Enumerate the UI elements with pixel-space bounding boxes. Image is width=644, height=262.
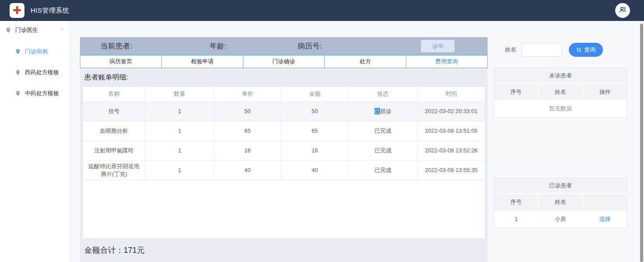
billing-heading: 患者账单明细:: [84, 73, 488, 82]
name-search-input[interactable]: [522, 43, 562, 57]
tab-outpatient-diagnosis[interactable]: 门诊确诊: [243, 55, 325, 68]
chevron-up-icon: ⌃: [60, 28, 64, 33]
tab-fee-inquiry[interactable]: 费用查询: [406, 55, 488, 68]
cell-price: 50: [214, 101, 281, 121]
col-status: 状态: [349, 87, 417, 101]
billing-total-value: 171元: [124, 246, 145, 255]
sidebar-item-outpatient-case[interactable]: 门诊病例: [0, 43, 69, 60]
sidebar-item-chinese-rx-template[interactable]: 中药处方模板: [0, 85, 69, 102]
tab-medical-record-home[interactable]: 病历首页: [80, 55, 162, 68]
patient-info-bar: 当前患者: 年龄: 病历号: 诊毕: [80, 37, 488, 55]
medical-cross-icon: ✚: [13, 5, 21, 16]
cell-qty: 1: [145, 121, 214, 141]
billing-total: 金额合计：171元: [84, 245, 488, 255]
cell-time: 2022-03-08 13:51:05: [417, 121, 485, 141]
cell-amount: 50: [281, 101, 349, 121]
cell-name: 小辰: [538, 210, 582, 228]
cell-status: 已完成: [349, 141, 417, 160]
sidebar-item-western-rx-template[interactable]: 西药处方模板: [0, 64, 69, 81]
cell-time: 2022-03-08 13:55:35: [417, 160, 485, 180]
cell-amount: 65: [281, 121, 349, 141]
vertical-scrollbar-track[interactable]: [639, 21, 644, 262]
cell-qty: 1: [145, 160, 214, 180]
location-pin-icon: [15, 48, 21, 55]
empty-state-text: 暂无数据: [494, 100, 627, 117]
cell-amount: 16: [281, 141, 349, 160]
search-button[interactable]: 查询: [569, 43, 603, 57]
table-row[interactable]: 盐酸特比萘芬阴道泡腾片(丁克) 1 40 40 已完成 2022-03-08 1…: [83, 160, 485, 180]
col-serial: 序号: [494, 194, 539, 210]
record-number-label: 病历号:: [298, 41, 322, 51]
billing-total-label: 金额合计：: [84, 246, 124, 255]
sidebar-item-label: 西药处方模板: [25, 69, 59, 76]
cell-name: 血细胞分析: [83, 121, 145, 141]
tab-bar: 病历首页 检验申请 门诊确诊 处方 费用查询: [80, 55, 488, 68]
list-item: 1 小辰 选择: [494, 210, 627, 228]
col-name: 姓名: [539, 194, 583, 210]
col-name: 名称: [83, 87, 145, 101]
sidebar-group-outpatient-doctor[interactable]: 门诊医生 ⌃: [0, 21, 69, 39]
location-pin-icon: [5, 27, 11, 33]
col-action: 操作: [583, 84, 627, 100]
pending-patients-header: 序号 姓名 操作: [494, 84, 627, 100]
cell-time: 2022-03-08 13:52:26: [417, 141, 485, 160]
table-row[interactable]: 血细胞分析 1 65 65 已完成 2022-03-08 13:51:05: [83, 121, 485, 141]
billing-section: 患者账单明细: 名称 数量 单价 金额 状态 时间: [80, 68, 488, 262]
patient-queue-panel: 姓名 查询 未诊患者 序号 姓名 操作 暂无数据 已诊患者: [494, 37, 628, 228]
cell-name: 挂号: [83, 101, 145, 121]
cell-price: 65: [214, 121, 281, 141]
cell-status: 已就诊: [349, 101, 417, 121]
col-unit-price: 单价: [214, 87, 281, 101]
search-icon: [576, 47, 582, 53]
name-label: 姓名: [505, 46, 516, 54]
seen-patients-header: 序号 姓名: [494, 194, 627, 210]
seen-patients-card: 已诊患者 序号 姓名 1 小辰 选择: [494, 178, 627, 228]
cell-time: 2022-03-02 20:33:01: [417, 101, 485, 121]
cell-name: 注射用甲氨喋呤: [83, 141, 145, 160]
sidebar: 门诊医生 ⌃ 门诊病例 西药处方模板: [0, 21, 70, 262]
patient-search-row: 姓名 查询: [505, 43, 628, 57]
cell-qty: 1: [145, 141, 214, 160]
app-logo: ✚: [10, 3, 24, 18]
sidebar-item-label: 中药处方模板: [25, 90, 59, 97]
col-quantity: 数量: [145, 87, 214, 101]
sidebar-group-label: 门诊医生: [15, 26, 38, 34]
pending-patients-card: 未诊患者 序号 姓名 操作 暂无数据: [494, 68, 627, 118]
cell-qty: 1: [145, 101, 214, 121]
cell-serial: 1: [494, 210, 538, 228]
selected-text: 已: [374, 108, 380, 114]
location-pin-icon: [15, 69, 21, 76]
cell-name: 盐酸特比萘芬阴道泡腾片(丁克): [83, 160, 145, 180]
app-title: HIS管理系统: [31, 7, 69, 15]
col-name: 姓名: [539, 84, 583, 100]
user-avatar-button[interactable]: [615, 3, 630, 18]
col-amount: 金额: [281, 87, 349, 101]
billing-table: 名称 数量 单价 金额 状态 时间 挂号 1 50: [83, 87, 485, 238]
cell-status: 已完成: [349, 121, 417, 141]
pending-patients-title: 未诊患者: [494, 68, 627, 84]
cell-amount: 40: [281, 160, 349, 180]
vertical-scrollbar-thumb[interactable]: [640, 24, 643, 262]
cell-status: 已完成: [349, 160, 417, 180]
seen-patients-title: 已诊患者: [494, 178, 627, 194]
location-pin-icon: [15, 90, 21, 97]
table-row[interactable]: 挂号 1 50 50 已就诊 2022-03-02 20:33:01: [83, 101, 485, 121]
select-patient-link[interactable]: 选择: [583, 210, 627, 228]
top-navbar: ✚ HIS管理系统: [0, 0, 644, 21]
his-app: ✚ HIS管理系统 门诊医生 ⌃: [0, 0, 644, 262]
billing-header-row: 名称 数量 单价 金额 状态 时间: [83, 87, 485, 101]
finish-visit-button[interactable]: 诊毕: [421, 40, 455, 52]
tab-lab-request[interactable]: 检验申请: [162, 55, 243, 68]
users-icon: [618, 5, 627, 16]
current-patient-label: 当前患者:: [100, 41, 132, 51]
age-label: 年龄:: [210, 41, 227, 51]
col-serial: 序号: [494, 84, 539, 100]
sidebar-item-label: 门诊病例: [25, 48, 48, 55]
cell-price: 40: [214, 160, 281, 180]
col-time: 时间: [417, 87, 485, 101]
main-content: 当前患者: 年龄: 病历号: 诊毕 病历首页 检验申请 门诊确诊 处方 费用查询…: [80, 37, 488, 262]
col-action: [583, 194, 627, 210]
table-row[interactable]: 注射用甲氨喋呤 1 16 16 已完成 2022-03-08 13:52:26: [83, 141, 485, 160]
tab-prescription[interactable]: 处方: [325, 55, 406, 68]
cell-price: 16: [214, 141, 281, 160]
